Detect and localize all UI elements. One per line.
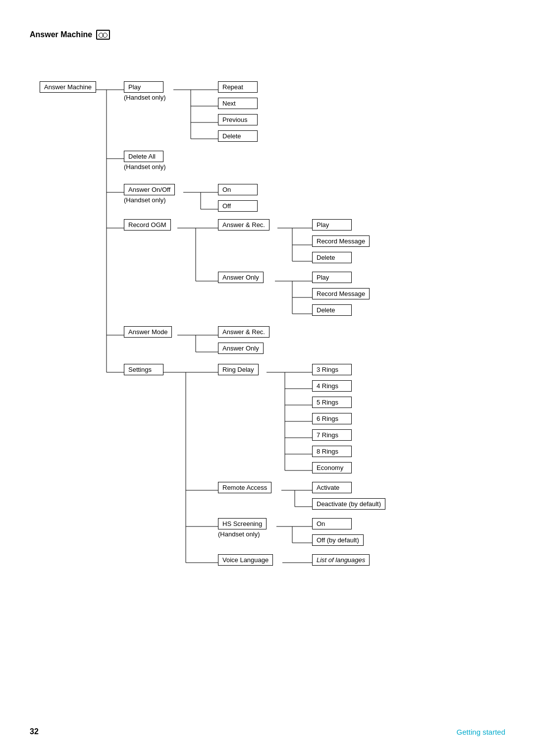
page-number: 32 xyxy=(30,727,39,736)
delete2-label: Delete xyxy=(312,304,352,316)
handset-only-delete-label: (Handset only) xyxy=(124,163,166,171)
node-rings6: 6 Rings xyxy=(312,413,352,424)
delete-play-label: Delete xyxy=(218,130,258,142)
node-next: Next xyxy=(218,98,258,109)
node-play-ans-only: Play xyxy=(312,272,352,283)
page-title: Answer Machine xyxy=(30,30,92,39)
node-delete1: Delete xyxy=(312,252,352,263)
node-rings5: 5 Rings xyxy=(312,397,352,408)
answer-rec1-label: Answer & Rec. xyxy=(218,219,269,231)
list-of-languages-label: List of languages xyxy=(312,554,370,566)
rings5-label: 5 Rings xyxy=(312,397,352,408)
node-record-message1: Record Message xyxy=(312,235,370,247)
off-label: Off xyxy=(218,200,258,212)
node-handset-only-delete: (Handset only) xyxy=(124,163,166,171)
tree-diagram: Answer Machine Play (Handset only) Repea… xyxy=(30,52,505,607)
play-ans-only-label: Play xyxy=(312,272,352,283)
previous-label: Previous xyxy=(218,114,258,125)
node-activate: Activate xyxy=(312,482,352,493)
activate-label: Activate xyxy=(312,482,352,493)
play-label: Play xyxy=(124,81,163,93)
cassette-icon xyxy=(96,30,110,40)
repeat-label: Repeat xyxy=(218,81,258,93)
node-delete2: Delete xyxy=(312,304,352,316)
remote-access-label: Remote Access xyxy=(218,482,271,493)
node-rings4: 4 Rings xyxy=(312,380,352,392)
record-message1-label: Record Message xyxy=(312,235,370,247)
node-hs-off: Off (by default) xyxy=(312,534,364,546)
delete1-label: Delete xyxy=(312,252,352,263)
node-list-of-languages: List of languages xyxy=(312,554,370,566)
node-play-ans-rec: Play xyxy=(312,219,352,231)
node-answer-rec-mode: Answer & Rec. xyxy=(218,326,269,338)
node-record-ogm: Record OGM xyxy=(124,219,171,231)
node-settings: Settings xyxy=(124,364,163,375)
handset-only-answer-label: (Handset only) xyxy=(124,196,166,204)
page-container: Answer Machine xyxy=(0,0,535,756)
delete-all-label: Delete All xyxy=(124,151,163,162)
node-answer-onoff: Answer On/Off xyxy=(124,184,175,195)
rings7-label: 7 Rings xyxy=(312,429,352,441)
record-message2-label: Record Message xyxy=(312,288,370,299)
answer-machine-label: Answer Machine xyxy=(40,81,96,93)
rings3-label: 3 Rings xyxy=(312,364,352,375)
node-hs-on: On xyxy=(312,518,352,529)
node-answer-rec1: Answer & Rec. xyxy=(218,219,269,231)
node-rings7: 7 Rings xyxy=(312,429,352,441)
settings-label: Settings xyxy=(124,364,163,375)
node-handset-only-play: (Handset only) xyxy=(124,94,166,101)
node-on: On xyxy=(218,184,258,195)
on-label: On xyxy=(218,184,258,195)
hs-screening-label: HS Screening xyxy=(218,518,267,529)
node-hs-screening: HS Screening xyxy=(218,518,267,529)
node-handset-only-hs: (Handset only) xyxy=(218,530,260,538)
next-label: Next xyxy=(218,98,258,109)
answer-onoff-label: Answer On/Off xyxy=(124,184,175,195)
node-handset-only-answer: (Handset only) xyxy=(124,196,166,204)
node-ring-delay: Ring Delay xyxy=(218,364,259,375)
node-economy: Economy xyxy=(312,462,352,473)
answer-only-mode-label: Answer Only xyxy=(218,343,264,354)
rings8-label: 8 Rings xyxy=(312,446,352,457)
play-ans-rec-label: Play xyxy=(312,219,352,231)
deactivate-label: Deactivate (by default) xyxy=(312,498,385,510)
rings4-label: 4 Rings xyxy=(312,380,352,392)
node-previous: Previous xyxy=(218,114,258,125)
hs-on-label: On xyxy=(312,518,352,529)
node-delete-play: Delete xyxy=(218,130,258,142)
hs-off-label: Off (by default) xyxy=(312,534,364,546)
node-record-message2: Record Message xyxy=(312,288,370,299)
page-footer: 32 Getting started xyxy=(30,727,505,736)
handset-only-play-label: (Handset only) xyxy=(124,94,166,101)
answer-mode-label: Answer Mode xyxy=(124,326,172,338)
node-answer-machine: Answer Machine xyxy=(40,81,96,93)
footer-section: Getting started xyxy=(457,728,505,736)
node-answer-only-mode: Answer Only xyxy=(218,343,264,354)
ring-delay-label: Ring Delay xyxy=(218,364,259,375)
node-answer-only-ogm: Answer Only xyxy=(218,272,264,283)
node-deactivate: Deactivate (by default) xyxy=(312,498,385,510)
node-remote-access: Remote Access xyxy=(218,482,271,493)
node-delete-all: Delete All xyxy=(124,151,163,162)
node-voice-language: Voice Language xyxy=(218,554,273,566)
node-repeat: Repeat xyxy=(218,81,258,93)
node-answer-mode: Answer Mode xyxy=(124,326,172,338)
economy-label: Economy xyxy=(312,462,352,473)
record-ogm-label: Record OGM xyxy=(124,219,171,231)
node-off: Off xyxy=(218,200,258,212)
page-title-area: Answer Machine xyxy=(30,30,505,40)
answer-rec-mode-label: Answer & Rec. xyxy=(218,326,269,338)
node-play: Play xyxy=(124,81,163,93)
handset-only-hs-label: (Handset only) xyxy=(218,530,260,538)
node-rings8: 8 Rings xyxy=(312,446,352,457)
rings6-label: 6 Rings xyxy=(312,413,352,424)
voice-language-label: Voice Language xyxy=(218,554,273,566)
answer-only-ogm-label: Answer Only xyxy=(218,272,264,283)
node-rings3: 3 Rings xyxy=(312,364,352,375)
